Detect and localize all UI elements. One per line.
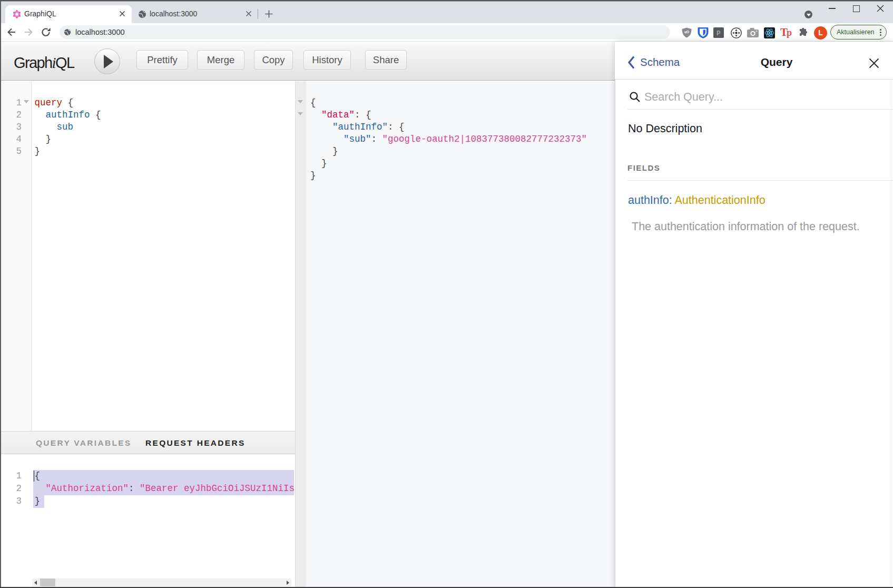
- svg-text:uO: uO: [684, 30, 689, 34]
- svg-text:P: P: [717, 30, 721, 37]
